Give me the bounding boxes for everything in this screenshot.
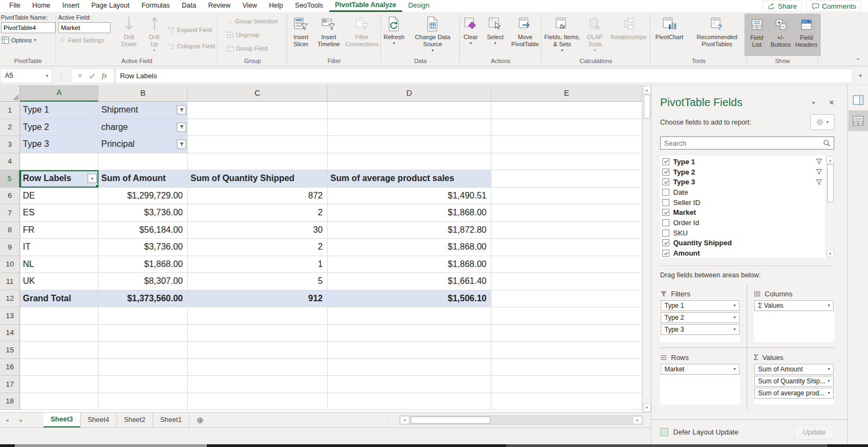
share-button[interactable]: Share xyxy=(762,1,802,11)
cell[interactable] xyxy=(491,204,642,222)
formula-input[interactable]: Row Labels xyxy=(115,69,853,83)
horizontal-scrollbar[interactable]: ◂ ▸ xyxy=(399,415,643,425)
field-item[interactable]: SKU xyxy=(662,228,823,238)
row-labels-filter-dropdown[interactable]: ▾ xyxy=(88,174,97,183)
scrollbar-thumb[interactable] xyxy=(827,164,834,202)
field-item[interactable]: Date xyxy=(662,187,823,197)
cancel-icon[interactable]: × xyxy=(78,71,82,80)
area-field-chip[interactable]: Sum of Amount▾ xyxy=(754,364,834,375)
pivotchart-button[interactable]: PivotChart xyxy=(651,14,687,57)
columns-well[interactable]: Σ Values▾ xyxy=(754,300,834,342)
filter-button[interactable] xyxy=(177,105,186,115)
tab-file[interactable]: File xyxy=(3,0,26,12)
tools-gear-button[interactable]: ▾ xyxy=(810,114,834,130)
cell[interactable] xyxy=(328,393,491,411)
cell[interactable]: $1,872.80 xyxy=(328,222,491,239)
cell[interactable] xyxy=(328,119,491,136)
cell[interactable] xyxy=(20,393,99,411)
cell[interactable] xyxy=(491,256,642,274)
cell[interactable]: $56,184.00 xyxy=(99,222,188,239)
cell[interactable]: FR xyxy=(20,222,99,239)
values-well[interactable]: Sum of Amount▾ Sum of Quantity Ship...▾ … xyxy=(754,363,834,405)
field-item[interactable]: Type 3 xyxy=(662,177,823,187)
recommended-pivottables-button[interactable]: ? Recommended PivotTables xyxy=(688,14,746,57)
cell[interactable] xyxy=(328,359,491,376)
checkbox-unchecked[interactable] xyxy=(662,229,669,237)
checkbox-checked[interactable] xyxy=(662,169,669,176)
clear-button[interactable]: Clear▾ xyxy=(459,14,483,57)
field-list-pane-icon[interactable] xyxy=(848,110,868,131)
scrollbar-resize-handle[interactable]: ⋮ xyxy=(385,416,391,423)
row-header[interactable]: 14 xyxy=(0,325,20,342)
cell[interactable] xyxy=(328,325,491,342)
enter-icon[interactable] xyxy=(89,73,95,79)
cell[interactable] xyxy=(99,325,188,342)
cell[interactable] xyxy=(188,119,328,136)
checkbox-checked[interactable] xyxy=(662,158,669,165)
scroll-down-arrow[interactable]: ▼ xyxy=(643,403,651,412)
cell[interactable]: $1,506.10 xyxy=(328,290,491,308)
row-header[interactable]: 3 xyxy=(0,136,20,153)
pivot-header-cell[interactable]: Sum of Amount xyxy=(99,170,188,188)
cell[interactable] xyxy=(491,188,642,205)
tab-home[interactable]: Home xyxy=(26,0,56,12)
field-headers-toggle-button[interactable]: Field Headers xyxy=(793,14,821,55)
checkbox-checked[interactable] xyxy=(662,178,669,185)
scroll-right-arrow[interactable]: ▸ xyxy=(633,416,642,424)
filter-button[interactable] xyxy=(177,122,186,132)
tab-review[interactable]: Review xyxy=(202,0,236,12)
cell[interactable]: DE xyxy=(20,188,99,205)
checkbox-checked[interactable] xyxy=(662,250,669,257)
scrollbar-thumb[interactable] xyxy=(411,417,490,424)
filter-button[interactable] xyxy=(177,140,186,149)
cell[interactable] xyxy=(188,136,328,153)
new-sheet-button[interactable]: ⊕ xyxy=(189,413,211,427)
cell[interactable]: 872 xyxy=(188,188,328,205)
row-header[interactable]: 9 xyxy=(0,239,20,256)
cell[interactable]: $1,661.40 xyxy=(328,273,491,290)
area-field-chip[interactable]: Type 2▾ xyxy=(661,312,740,323)
tab-view[interactable]: View xyxy=(236,0,263,12)
cell[interactable] xyxy=(491,393,642,411)
cell[interactable]: 2 xyxy=(188,204,328,222)
cell[interactable] xyxy=(99,393,188,411)
column-header-c[interactable]: C xyxy=(188,85,328,102)
row-header[interactable]: 12 xyxy=(0,290,20,308)
vertical-scrollbar[interactable]: ▲ ▼ xyxy=(642,85,651,412)
cell[interactable] xyxy=(188,376,328,393)
row-header[interactable]: 15 xyxy=(0,342,20,359)
column-header-d[interactable]: D xyxy=(328,85,491,102)
cell[interactable] xyxy=(188,153,328,171)
cell[interactable] xyxy=(491,359,642,376)
row-header[interactable]: 13 xyxy=(0,307,20,325)
search-input[interactable] xyxy=(664,139,823,147)
fields-items-sets-button[interactable]: fx Fields, Items, & Sets▾ xyxy=(542,14,582,57)
plus-minus-buttons-toggle[interactable]: +/- Buttons xyxy=(769,14,793,55)
column-header-a[interactable]: A xyxy=(20,85,99,102)
row-header[interactable]: 8 xyxy=(0,222,20,239)
row-header[interactable]: 4 xyxy=(0,153,20,171)
refresh-button[interactable]: Refresh▾ xyxy=(382,14,406,57)
area-field-chip[interactable]: Type 1▾ xyxy=(661,300,740,311)
row-header[interactable]: 2 xyxy=(0,119,20,136)
sheet-nav-left-icon[interactable]: ◂ xyxy=(0,413,14,427)
tab-insert[interactable]: Insert xyxy=(57,0,85,12)
comments-button[interactable]: Comments xyxy=(807,1,861,11)
checkbox-checked[interactable] xyxy=(662,209,669,216)
field-item[interactable]: Quantity Shipped xyxy=(662,238,823,249)
tab-formulas[interactable]: Formulas xyxy=(136,0,176,12)
row-header[interactable]: 7 xyxy=(0,204,20,222)
row-header[interactable]: 17 xyxy=(0,376,20,393)
defer-layout-checkbox[interactable] xyxy=(660,428,668,436)
area-field-chip[interactable]: Sum of average prod...▾ xyxy=(754,388,834,399)
cell[interactable]: $1,868.00 xyxy=(328,256,491,274)
cell[interactable] xyxy=(99,153,188,171)
row-header[interactable]: 18 xyxy=(0,393,20,411)
area-field-chip[interactable]: Type 3▾ xyxy=(661,324,740,335)
field-item[interactable]: Amount xyxy=(662,248,823,258)
cell[interactable] xyxy=(491,273,642,290)
cell[interactable] xyxy=(188,307,328,325)
cell[interactable] xyxy=(491,153,642,171)
tab-seotools[interactable]: SeoTools xyxy=(289,0,329,12)
row-header[interactable]: 5 xyxy=(0,170,20,188)
